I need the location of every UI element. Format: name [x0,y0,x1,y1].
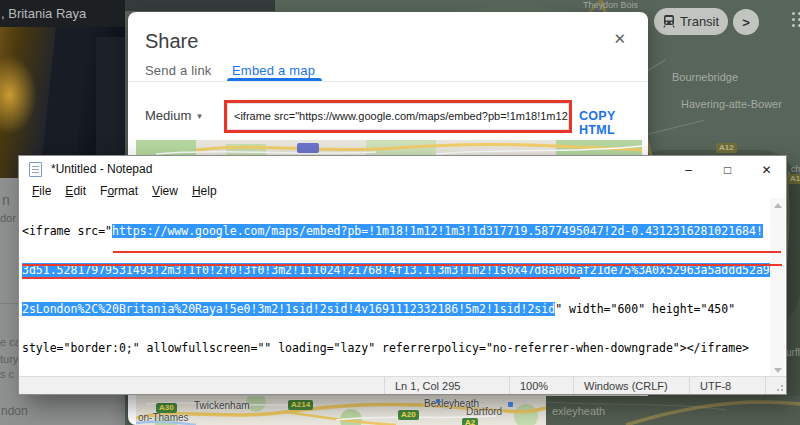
place-title: , Britania Raya [0,0,125,27]
vertical-scrollbar[interactable] [770,198,785,378]
status-encoding: UTF-8 [689,377,765,394]
close-icon[interactable]: ✕ [747,156,786,183]
selected-text: 2sLondon%2C%20Britania%20Raya!5e0!3m2!1s… [22,302,555,316]
preview-transit-chip [297,143,319,153]
menu-view[interactable]: View [145,184,185,198]
resize-grip-icon[interactable] [765,377,786,394]
menu-file[interactable]: File [25,184,58,198]
notepad-window-title: *Untitled - Notepad [51,162,152,176]
panel-text-fragment: ndon [1,404,28,418]
notepad-titlebar[interactable]: *Untitled - Notepad – □ ✕ [19,156,786,183]
dialog-title: Share [145,30,198,53]
annotation-red-underline [22,277,580,279]
notepad-menubar: FileEditFormatViewHelp [19,183,786,198]
copy-html-button[interactable]: COPY HTML [579,109,648,137]
dimmed-map-topbar [125,0,275,11]
screenshot-root: Theydon Bois Bournebridge Havering-atte-… [0,0,800,425]
transit-button-label: Transit [680,14,719,29]
road-badge-a20: A20 [398,410,419,420]
notepad-file-icon [29,162,42,177]
scroll-down-icon[interactable] [774,368,782,373]
map-label-twickenham: Twickenham [194,400,250,411]
embed-size-value: Medium [145,108,191,123]
selected-text: https://www.google.com/maps/embed?pb=!1m… [112,224,763,238]
chevron-right-button[interactable]: > [733,9,759,35]
menu-edit[interactable]: Edit [58,184,93,198]
map-label-theydon-bois: Theydon Bois [583,0,638,10]
dimmed-map-patch: exleyheath [546,396,800,425]
transit-station-dot [508,402,513,407]
close-icon[interactable]: ✕ [613,30,626,48]
road-badge-a2: A2 [462,418,478,425]
transit-icon [663,15,675,28]
panel-text-fragment: s c [0,368,14,380]
status-cursor-position: Ln 1, Col 295 [384,377,509,394]
menu-format[interactable]: Format [93,184,145,198]
embed-size-dropdown[interactable]: Medium ▾ [145,108,202,123]
map-label-dartford: Dartford [466,406,502,417]
code-line-4: style="border:0;" allowfullscreen="" loa… [22,342,770,355]
annotation-red-underline [113,251,781,253]
minimize-icon[interactable]: – [669,156,708,183]
road-badge-a30: A30 [156,403,177,413]
tabs-divider [128,81,648,82]
road-badge-a12: A12 [716,143,737,153]
panel-text-fragment: tury [0,353,18,365]
dropdown-caret-icon: ▾ [197,111,202,121]
road-badge-a214: A214 [288,400,313,410]
scroll-up-icon[interactable] [774,203,782,208]
map-label-bournebridge: Bournebridge [672,71,738,83]
maximize-icon[interactable]: □ [708,156,747,183]
panel-text-fragment: n [2,192,10,208]
notepad-statusbar: Ln 1, Col 295 100% Windows (CRLF) UTF-8 [19,376,786,394]
menu-help[interactable]: Help [185,184,224,198]
preview-top-roads [136,140,642,156]
transit-button[interactable]: Transit [654,8,728,35]
map-label-bexleyheath-dim: exleyheath [552,405,605,417]
embed-preview-bottom-strip: on-Thames Twickenham Bexleyheath Dartfor… [136,396,546,425]
notepad-window: *Untitled - Notepad – □ ✕ FileEditFormat… [18,155,787,395]
status-zoom-level: 100% [509,377,573,394]
status-line-endings: Windows (CRLF) [573,377,689,394]
code-line-1: <iframe src="https://www.google.com/maps… [22,225,770,238]
map-label-fragment-urfl: urfl [786,347,800,358]
apps-grid-icon[interactable] [792,12,800,30]
code-line-3: 2sLondon%2C%20Britania%20Raya!5e0!3m2!1s… [22,303,770,316]
embed-code-input[interactable]: <iframe src="https://www.google.com/maps… [227,103,569,130]
tab-embed-a-map[interactable]: Embed a map [232,63,315,78]
road-badge-a1: A1 [787,174,800,184]
annotation-red-box-input: <iframe src="https://www.google.com/maps… [224,100,572,133]
panel-text-fragment: dor [0,212,16,224]
annotation-red-underline [22,264,782,266]
transit-station-dot [436,399,440,403]
map-label-havering-atte-bower: Havering-atte-Bower [681,98,782,110]
notepad-text-area[interactable]: <iframe src="https://www.google.com/maps… [19,198,786,378]
chevron-right-icon: > [742,15,750,30]
tab-send-a-link[interactable]: Send a link [145,63,212,78]
embed-preview-top-strip [136,140,642,156]
map-label-on-thames: on-Thames [138,412,189,423]
